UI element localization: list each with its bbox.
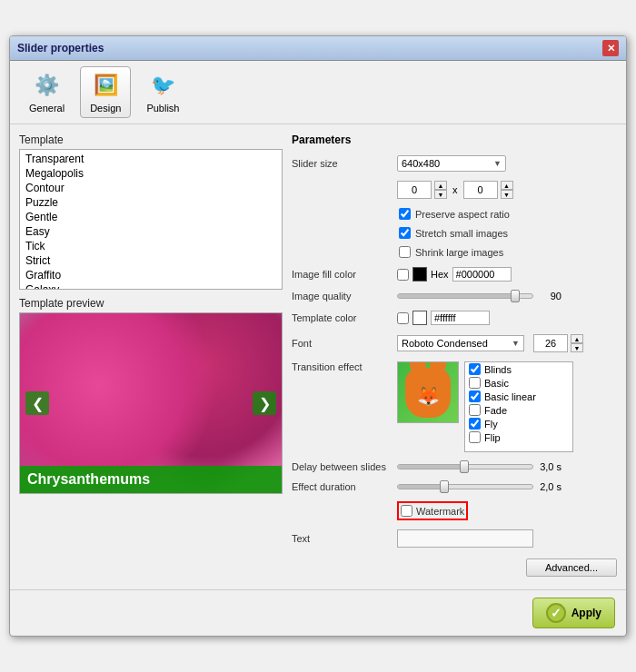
list-item[interactable]: Easy [22, 224, 280, 239]
template-listbox[interactable]: Transparent Megalopolis Contour Puzzle G… [19, 149, 283, 290]
apply-check-icon: ✓ [546, 603, 566, 623]
tab-design[interactable]: 🖼️ Design [80, 66, 131, 118]
fade-cb[interactable] [469, 404, 481, 416]
tab-general[interactable]: ⚙️ General [19, 66, 75, 118]
fly-cb[interactable] [469, 418, 481, 430]
watermark-row: Watermark [292, 501, 617, 520]
duration-slider[interactable] [397, 484, 533, 489]
preserve-checkbox[interactable] [399, 208, 411, 220]
transition-row: Transition effect 🦊 [292, 361, 617, 452]
template-color-hex[interactable] [431, 311, 490, 325]
transition-item[interactable]: Fade [465, 403, 572, 417]
list-item[interactable]: Galaxy [22, 282, 280, 290]
template-color-swatch[interactable] [412, 311, 427, 325]
quality-value: 90 [539, 291, 561, 301]
apply-button[interactable]: ✓ Apply [532, 598, 615, 628]
fill-color-row: Image fill color Hex [292, 267, 617, 282]
template-label: Template [19, 133, 283, 146]
stretch-checkbox[interactable] [399, 227, 411, 239]
quality-slider[interactable] [397, 293, 533, 299]
flip-cb[interactable] [469, 431, 481, 443]
template-color-row: Template color [292, 311, 617, 325]
hex-label: Hex [431, 269, 449, 280]
height-down[interactable]: ▼ [501, 190, 513, 199]
close-button[interactable]: ✕ [602, 40, 619, 56]
height-up[interactable]: ▲ [501, 181, 513, 190]
width-down[interactable]: ▼ [434, 190, 447, 199]
transition-listbox[interactable]: Blinds Basic Basic linear Fade [464, 361, 573, 452]
font-dropdown[interactable]: Roboto Condensed ▼ [397, 335, 524, 351]
delay-row: Delay between slides 3,0 s [292, 461, 617, 472]
transition-item[interactable]: Basic linear [465, 390, 572, 403]
preserve-label: Preserve aspect ratio [415, 209, 510, 220]
list-item[interactable]: Megalopolis [22, 166, 280, 181]
bottom-bar: ✓ Apply [10, 589, 626, 636]
slider-size-label: Slider size [292, 158, 392, 169]
font-size-down[interactable]: ▼ [571, 343, 583, 352]
watermark-label: Watermark [416, 506, 464, 517]
watermark-checkbox[interactable] [401, 505, 412, 517]
preserve-row: Preserve aspect ratio [293, 208, 617, 220]
duration-fill [398, 485, 445, 489]
basic-cb[interactable] [469, 377, 481, 389]
slider-size-dropdown[interactable]: 640x480 ▼ [397, 155, 506, 172]
font-size-up[interactable]: ▲ [571, 334, 583, 343]
delay-thumb[interactable] [460, 460, 469, 473]
list-item[interactable]: Contour [22, 181, 280, 195]
slider-size-row: Slider size 640x480 ▼ [292, 155, 617, 172]
transition-item[interactable]: Blinds [465, 362, 572, 376]
height-spin-btns: ▲ ▼ [501, 181, 513, 199]
main-window: Slider properties ✕ ⚙️ General 🖼️ Design… [9, 35, 627, 637]
delay-label: Delay between slides [292, 461, 392, 472]
list-item[interactable]: Gentle [22, 210, 280, 224]
transition-item[interactable]: Flip [465, 430, 572, 444]
duration-thumb[interactable] [440, 480, 449, 493]
params-label: Parameters [292, 133, 617, 146]
template-color-checkbox[interactable] [397, 312, 409, 324]
window-title: Slider properties [17, 42, 104, 54]
list-item[interactable]: Transparent [22, 152, 280, 166]
advanced-row: Advanced... [292, 558, 617, 577]
watermark-highlight: Watermark [397, 501, 468, 520]
font-size-input[interactable] [533, 334, 568, 352]
fill-color-hex[interactable] [452, 267, 512, 282]
text-input[interactable] [397, 529, 533, 548]
height-input[interactable] [463, 181, 498, 199]
toolbar: ⚙️ General 🖼️ Design 🐦 Publish [10, 61, 626, 124]
preview-nav-left[interactable]: ❮ [25, 391, 49, 415]
basic-linear-cb[interactable] [469, 390, 481, 402]
list-item[interactable]: Tick [22, 239, 280, 253]
quality-thumb[interactable] [511, 290, 520, 302]
blinds-label: Blinds [484, 364, 512, 375]
content-area: Template Transparent Megalopolis Contour… [10, 124, 626, 589]
template-color-box [397, 311, 490, 325]
advanced-button[interactable]: Advanced... [526, 558, 617, 577]
titlebar: Slider properties ✕ [10, 36, 626, 61]
list-item[interactable]: Strict [22, 253, 280, 268]
slider-size-value: 640x480 [402, 158, 440, 169]
shrink-checkbox[interactable] [399, 246, 411, 258]
tab-publish[interactable]: 🐦 Publish [136, 66, 189, 118]
transition-item[interactable]: Basic [465, 376, 572, 390]
dimensions-row: ▲ ▼ x ▲ ▼ [292, 181, 617, 199]
dropdown-arrow: ▼ [493, 159, 502, 168]
font-dropdown-arrow: ▼ [512, 339, 520, 348]
delay-slider[interactable] [397, 464, 533, 469]
width-spin-btns: ▲ ▼ [434, 181, 447, 199]
width-spinner: ▲ ▼ [397, 181, 447, 199]
preview-nav-right[interactable]: ❯ [253, 391, 276, 415]
list-item[interactable]: Graffito [22, 268, 280, 282]
height-spinner: ▲ ▼ [463, 181, 513, 199]
tab-publish-label: Publish [146, 103, 179, 114]
fill-color-swatch[interactable] [412, 267, 427, 282]
fly-label: Fly [484, 419, 498, 430]
list-item[interactable]: Puzzle [22, 195, 280, 210]
fade-label: Fade [484, 405, 507, 416]
fill-color-checkbox[interactable] [397, 269, 409, 281]
blinds-cb[interactable] [469, 363, 481, 375]
shrink-row: Shrink large images [293, 246, 617, 258]
width-up[interactable]: ▲ [434, 181, 447, 190]
transition-item[interactable]: Fly [465, 417, 572, 430]
width-input[interactable] [397, 181, 432, 199]
apply-label: Apply [571, 607, 601, 619]
